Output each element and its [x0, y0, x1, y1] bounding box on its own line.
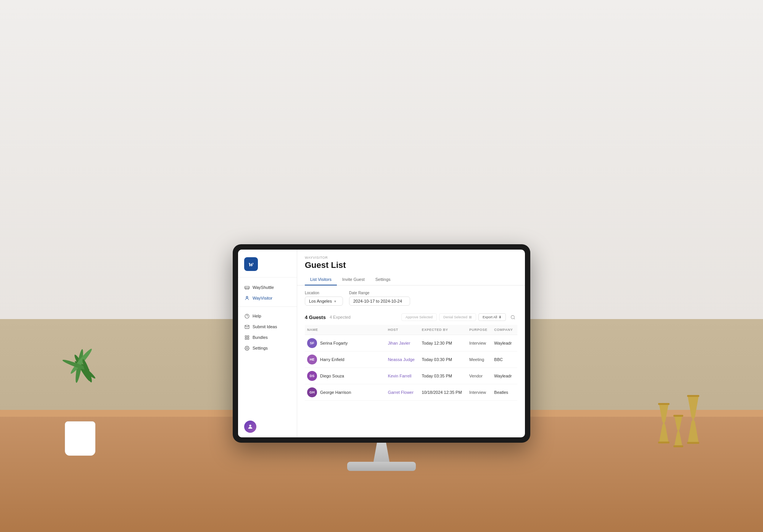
guest-company: Wayleadr — [494, 374, 512, 378]
guest-expected-by: Today 03:30 PM — [422, 357, 452, 362]
gear-icon — [244, 345, 250, 351]
guest-company: Beatles — [494, 390, 508, 395]
bus-icon — [244, 285, 250, 290]
location-label: Location — [305, 291, 343, 295]
svg-point-3 — [246, 296, 248, 298]
plant-pot — [65, 421, 95, 456]
tab-invite-guest[interactable]: Invite Guest — [337, 274, 370, 285]
grid-icon — [244, 335, 250, 340]
guest-company: BBC — [494, 357, 503, 362]
monitor-base — [347, 462, 416, 471]
sidebar-item-wayvisitor[interactable]: WayVisitor — [238, 293, 297, 303]
sidebar-item-settings[interactable]: Settings — [238, 343, 297, 353]
guest-purpose: Vendor — [469, 374, 483, 378]
guest-host: Kevin Farrell — [388, 374, 412, 378]
guest-table: NAME HOST EXPECTED BY PURPOSE — [305, 325, 517, 401]
app-name: WAYVISITOR — [305, 256, 517, 260]
col-header-name: NAME — [305, 325, 386, 335]
sidebar-item-help[interactable]: Help — [238, 311, 297, 321]
guest-host: Garret Flower — [388, 390, 414, 395]
guest-purpose: Interview — [469, 341, 486, 345]
guest-list-area: 4 Guests 4 Expected Approve Selected Den… — [297, 310, 525, 437]
guest-avatar: GH — [307, 387, 317, 397]
svg-point-10 — [246, 347, 247, 348]
sidebar-item-wayshuttle[interactable]: WayShuttle — [238, 282, 297, 293]
location-value: Los Angeles — [309, 299, 332, 303]
chevron-down-icon: ▾ — [334, 299, 336, 303]
date-range-value: 2024-10-17 to 2024-10-24 — [353, 299, 402, 303]
table-row[interactable]: HE Harry Enfield Neassa Judge Today 03:3… — [305, 351, 517, 368]
sidebar-item-wayvisitor-label: WayVisitor — [253, 296, 272, 300]
x-icon: ⊠ — [469, 315, 472, 319]
filters-row: Location Los Angeles ▾ Date Range 2024-1… — [297, 285, 525, 310]
svg-point-11 — [249, 425, 251, 427]
guest-list-header: 4 Guests 4 Expected Approve Selected Den… — [305, 310, 517, 325]
export-all-button[interactable]: Export All ⬇ — [478, 313, 506, 321]
app-logo-icon: w — [244, 257, 258, 271]
sidebar-item-submit-ideas-label: Submit Ideas — [253, 324, 277, 329]
sidebar-item-settings-label: Settings — [253, 346, 268, 350]
svg-rect-6 — [245, 335, 246, 337]
page-title: Guest List — [305, 260, 517, 270]
sidebar-item-help-label: Help — [253, 314, 261, 318]
guest-host: Neassa Judge — [388, 357, 415, 362]
svg-rect-8 — [247, 338, 249, 339]
guest-company: Wayleadr — [494, 341, 512, 345]
page-header: WAYVISITOR Guest List List Visitors Invi… — [297, 250, 525, 285]
help-icon — [244, 313, 250, 319]
svg-rect-9 — [245, 338, 246, 339]
location-select[interactable]: Los Angeles ▾ — [305, 297, 343, 306]
date-range-label: Date Range — [349, 291, 410, 295]
col-header-purpose: PURPOSE — [467, 325, 492, 335]
table-row[interactable]: DS Diego Souza Kevin Farrell Today 03:35… — [305, 368, 517, 384]
guest-host: Jihan Javier — [388, 341, 410, 345]
guest-expected-by: Today 12:30 PM — [422, 341, 452, 345]
monitor-neck — [370, 443, 393, 462]
sidebar-item-wayshuttle-label: WayShuttle — [253, 285, 274, 290]
guest-name: Harry Enfield — [320, 357, 344, 362]
table-row[interactable]: GH George Harrison Garret Flower 10/18/2… — [305, 384, 517, 401]
guest-avatar: SF — [307, 338, 317, 348]
svg-line-13 — [514, 318, 515, 319]
date-range-filter-group: Date Range 2024-10-17 to 2024-10-24 — [349, 291, 410, 306]
guest-count-label: 4 Guests — [305, 314, 326, 320]
guest-expected-by: Today 03:35 PM — [422, 374, 452, 378]
guest-avatar: HE — [307, 355, 317, 364]
sidebar-item-bundles-label: Bundles — [253, 335, 268, 340]
table-row[interactable]: SF Serina Fogarty Jihan Javier Today 12:… — [305, 335, 517, 351]
sidebar-section-secondary: Help Submit Ideas — [238, 307, 297, 357]
table-header: NAME HOST EXPECTED BY PURPOSE — [305, 325, 517, 335]
envelope-icon — [244, 324, 250, 329]
guest-avatar: DS — [307, 371, 317, 381]
guest-purpose: Interview — [469, 390, 486, 395]
search-button[interactable] — [508, 313, 517, 322]
action-buttons: Approve Selected Denial Selected ⊠ Expor… — [401, 313, 517, 322]
sidebar: w WayShuttle — [238, 250, 297, 437]
sidebar-item-submit-ideas[interactable]: Submit Ideas — [238, 321, 297, 332]
sidebar-user-section — [238, 416, 297, 437]
tab-settings[interactable]: Settings — [370, 274, 396, 285]
date-range-input[interactable]: 2024-10-17 to 2024-10-24 — [349, 297, 410, 306]
tab-bar: List Visitors Invite Guest Settings — [305, 274, 517, 285]
guest-purpose: Meeting — [469, 357, 484, 362]
tab-list-visitors[interactable]: List Visitors — [305, 274, 337, 285]
col-header-expected-by: EXPECTED BY — [419, 325, 467, 335]
guest-expected-label: 4 Expected — [330, 315, 351, 319]
person-icon — [244, 295, 250, 301]
guest-name: Serina Fogarty — [320, 341, 348, 345]
location-filter-group: Location Los Angeles ▾ — [305, 291, 343, 306]
col-header-host: HOST — [386, 325, 420, 335]
sidebar-section-main: WayShuttle WayVisitor — [238, 277, 297, 307]
table-body: SF Serina Fogarty Jihan Javier Today 12:… — [305, 335, 517, 401]
main-content: WAYVISITOR Guest List List Visitors Invi… — [297, 250, 525, 437]
approve-selected-button[interactable]: Approve Selected — [401, 313, 437, 321]
monitor-frame: w WayShuttle — [233, 244, 530, 443]
logo-letter: w — [249, 260, 253, 268]
user-avatar — [244, 421, 256, 433]
denial-selected-button[interactable]: Denial Selected ⊠ — [439, 313, 476, 321]
svg-rect-7 — [247, 335, 249, 337]
guest-name: Diego Souza — [320, 374, 344, 378]
sidebar-item-bundles[interactable]: Bundles — [238, 332, 297, 343]
svg-point-12 — [511, 315, 514, 319]
monitor: w WayShuttle — [233, 244, 530, 471]
